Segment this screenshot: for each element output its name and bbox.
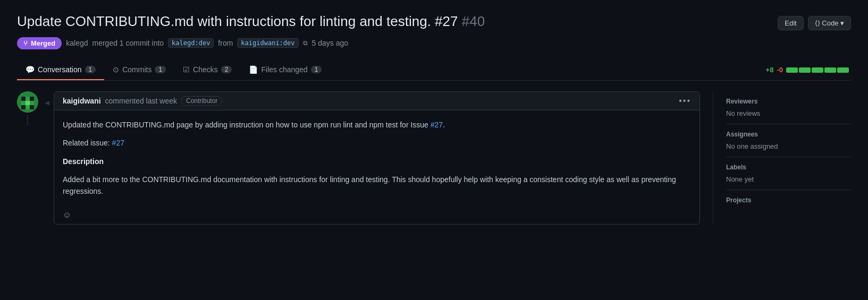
base-branch[interactable]: kalegd:dev — [168, 38, 214, 48]
comment-paragraph-3: Description — [63, 156, 691, 167]
svg-rect-5 — [26, 101, 30, 105]
comment-time: commented last week — [105, 97, 177, 105]
merge-icon: ⑂ — [23, 39, 28, 47]
comment-body: Updated the CONTRIBUTING.md page by addi… — [54, 110, 700, 206]
copy-icon[interactable]: ⧉ — [303, 39, 308, 47]
labels-value: None yet — [726, 175, 851, 183]
comment-header-right: ••• — [679, 96, 691, 106]
tab-conversation[interactable]: 💬 Conversation 1 — [17, 60, 104, 80]
comment-thread: ◂ kaigidwani commented last week Contrib… — [17, 91, 700, 225]
emoji-react-button[interactable]: ☺ — [63, 210, 71, 220]
comment-body-end: . — [443, 121, 445, 129]
sidebar-labels-section: Labels None yet — [726, 157, 851, 190]
diff-block-5 — [837, 67, 849, 73]
commits-count: 1 — [155, 66, 166, 73]
pr-title-row: Update CONTRIBUTING.md with instructions… — [17, 13, 851, 31]
sidebar-assignees-section: Assignees No one assigned — [726, 124, 851, 157]
diff-block-3 — [812, 67, 823, 73]
svg-rect-3 — [30, 97, 34, 101]
projects-label: Projects — [726, 196, 851, 204]
svg-rect-2 — [26, 97, 30, 101]
svg-rect-4 — [21, 101, 26, 105]
diff-block-4 — [824, 67, 836, 73]
comment-footer: ☺ — [54, 206, 700, 224]
sidebar-projects-section: Projects — [726, 190, 851, 215]
checks-icon: ☑ — [183, 65, 190, 74]
assignees-value: No one assigned — [726, 142, 851, 150]
avatar-column — [17, 91, 38, 125]
diff-stat: +8 -0 — [766, 66, 851, 74]
content-area: ◂ kaigidwani commented last week Contrib… — [17, 81, 851, 225]
svg-rect-7 — [21, 105, 26, 109]
head-branch[interactable]: kaigidwani:dev — [237, 38, 298, 48]
labels-label: Labels — [726, 164, 851, 171]
tab-files-changed[interactable]: 📄 Files changed 1 — [240, 60, 330, 80]
pr-title-actions: Edit ⟨⟩ Code ▾ — [778, 16, 851, 30]
conversation-count: 1 — [85, 66, 96, 73]
diff-block-2 — [799, 67, 811, 73]
tab-commits[interactable]: ⊙ Commits 1 — [104, 60, 174, 80]
meta-time: 5 days ago — [312, 39, 349, 47]
diff-deletions: -0 — [777, 66, 783, 74]
diff-additions: +8 — [766, 66, 774, 74]
reviewers-value: No reviews — [726, 109, 851, 117]
merged-badge: ⑂ Merged — [17, 37, 62, 49]
meta-from: from — [218, 39, 233, 47]
reviewers-label: Reviewers — [726, 98, 851, 105]
issue-ref-link-1[interactable]: #27 — [431, 121, 443, 129]
main-column: ◂ kaigidwani commented last week Contrib… — [17, 91, 713, 225]
files-changed-icon: 📄 — [249, 65, 258, 74]
sidebar-reviewers-section: Reviewers No reviews — [726, 91, 851, 124]
commits-icon: ⊙ — [113, 65, 119, 74]
files-changed-label: Files changed — [261, 65, 307, 74]
comment-paragraph-4: Added a bit more to the CONTRIBUTING.md … — [63, 174, 691, 198]
pr-number-main: #27 — [435, 13, 458, 29]
comment-arrow: ◂ — [45, 97, 49, 108]
merged-label: Merged — [31, 39, 55, 47]
comment-paragraph-1: Updated the CONTRIBUTING.md page by addi… — [63, 119, 691, 131]
checks-label: Checks — [193, 65, 218, 74]
pr-title-text: Update CONTRIBUTING.md with instructions… — [17, 13, 431, 29]
svg-rect-9 — [30, 105, 34, 109]
description-text: Added a bit more to the CONTRIBUTING.md … — [63, 175, 676, 195]
pr-title: Update CONTRIBUTING.md with instructions… — [17, 13, 769, 31]
issue-ref-link-2[interactable]: #27 — [112, 139, 124, 147]
conversation-icon: 💬 — [26, 65, 35, 74]
avatar-svg — [17, 91, 38, 113]
edit-button[interactable]: Edit — [778, 16, 803, 30]
tabs-row: 💬 Conversation 1 ⊙ Commits 1 ☑ Checks 2 … — [17, 60, 851, 81]
svg-rect-6 — [30, 101, 34, 105]
conversation-label: Conversation — [38, 65, 82, 74]
page-container: Update CONTRIBUTING.md with instructions… — [0, 0, 868, 225]
code-button[interactable]: ⟨⟩ Code ▾ — [808, 16, 851, 30]
meta-author: kalegd — [66, 39, 88, 47]
svg-rect-1 — [21, 97, 26, 101]
svg-rect-8 — [26, 105, 30, 109]
pr-issue-number: #40 — [462, 13, 485, 29]
related-issue-label: Related issue: — [63, 139, 112, 147]
diff-block-1 — [786, 67, 798, 73]
comment-more-button[interactable]: ••• — [679, 96, 691, 106]
comment-header: kaigidwani commented last week Contribut… — [54, 92, 700, 110]
meta-action: merged 1 commit into — [92, 39, 164, 47]
files-changed-count: 1 — [311, 66, 322, 73]
assignees-label: Assignees — [726, 131, 851, 138]
comment-body-text-1: Updated the CONTRIBUTING.md page by addi… — [63, 121, 431, 129]
avatar — [17, 91, 38, 113]
commits-label: Commits — [122, 65, 151, 74]
description-heading: Description — [63, 157, 104, 166]
comment-header-left: kaigidwani commented last week Contribut… — [63, 96, 222, 106]
diff-blocks — [786, 67, 849, 73]
contributor-badge: Contributor — [181, 96, 222, 106]
tab-checks[interactable]: ☑ Checks 2 — [174, 60, 240, 80]
checks-count: 2 — [221, 66, 232, 73]
thread-line — [27, 115, 28, 125]
comment-box: kaigidwani commented last week Contribut… — [54, 91, 700, 225]
pr-number-value: #27 — [435, 13, 458, 29]
comment-paragraph-2: Related issue: #27 — [63, 137, 691, 149]
pr-meta-row: ⑂ Merged kalegd merged 1 commit into kal… — [17, 37, 851, 49]
comment-author[interactable]: kaigidwani — [63, 97, 101, 105]
sidebar-column: Reviewers No reviews Assignees No one as… — [713, 91, 851, 225]
